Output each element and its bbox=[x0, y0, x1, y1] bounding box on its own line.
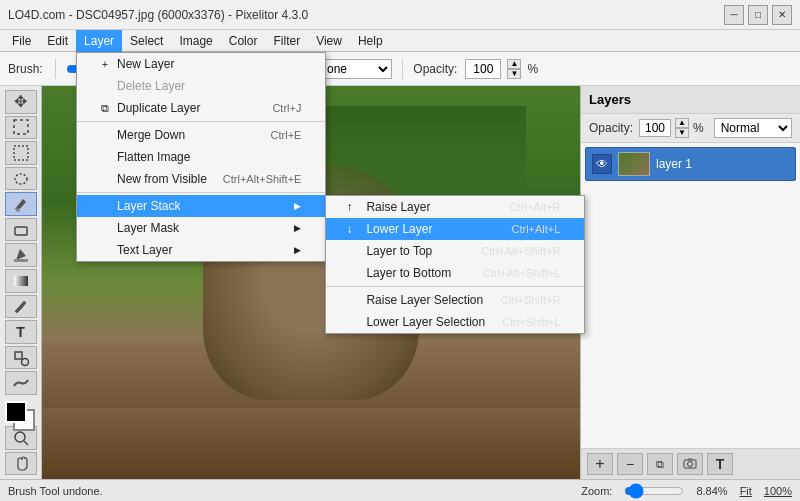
menu-new-from-visible[interactable]: New from Visible Ctrl+Alt+Shift+E bbox=[77, 168, 325, 190]
layer-name-label: layer 1 bbox=[656, 157, 789, 171]
opacity-spin-up[interactable]: ▲ bbox=[507, 59, 521, 69]
menu-new-layer[interactable]: +New Layer bbox=[77, 53, 325, 75]
layers-actions-bar: + − ⧉ T bbox=[581, 448, 800, 479]
color-switcher[interactable] bbox=[5, 401, 37, 424]
brush-tool-button[interactable] bbox=[5, 192, 37, 216]
camera-icon bbox=[683, 457, 697, 471]
window-title: LO4D.com - DSC04957.jpg (6000x3376) - Pi… bbox=[8, 8, 308, 22]
text-layer-button[interactable]: T bbox=[707, 453, 733, 475]
new-layer-icon: + bbox=[97, 58, 113, 70]
foreground-color[interactable] bbox=[5, 401, 27, 423]
layers-panel-title: Layers bbox=[581, 86, 800, 114]
layers-opacity-unit: % bbox=[693, 121, 704, 135]
lower-layer-icon: ↓ bbox=[346, 222, 362, 236]
menu-layer[interactable]: Layer +New Layer Delete Layer ⧉Duplicate… bbox=[76, 30, 122, 52]
duplicate-icon: ⧉ bbox=[97, 102, 113, 115]
zoom-slider[interactable] bbox=[624, 483, 684, 499]
opacity-spin-down[interactable]: ▼ bbox=[507, 69, 521, 79]
layers-opacity-spin-down[interactable]: ▼ bbox=[675, 128, 689, 138]
menu-separator-1 bbox=[77, 121, 325, 122]
layers-opacity-spin-up[interactable]: ▲ bbox=[675, 118, 689, 128]
left-toolbar: ✥ T bbox=[0, 86, 42, 479]
minimize-button[interactable]: ─ bbox=[724, 5, 744, 25]
svg-rect-7 bbox=[15, 352, 22, 359]
menu-view[interactable]: View bbox=[308, 30, 350, 52]
window-controls[interactable]: ─ □ ✕ bbox=[724, 5, 792, 25]
opacity-spinners: ▲ ▼ bbox=[507, 59, 521, 79]
submenu-layer-to-top[interactable]: Layer to Top Ctrl+Alt+Shift+R bbox=[326, 240, 584, 262]
layers-opacity-row: Opacity: ▲ ▼ % Normal Multiply Screen Ov… bbox=[581, 114, 800, 143]
menu-select[interactable]: Select bbox=[122, 30, 171, 52]
layer-visibility-button[interactable]: 👁 bbox=[592, 154, 612, 174]
menu-layer-stack[interactable]: Layer Stack ↑Raise Layer Ctrl+Alt+R ↓Low… bbox=[77, 195, 325, 217]
menu-edit[interactable]: Edit bbox=[39, 30, 76, 52]
shapes-tool-button[interactable] bbox=[5, 346, 37, 370]
toolbar-separator-1 bbox=[55, 59, 56, 79]
layers-panel: Layers Opacity: ▲ ▼ % Normal Multiply Sc… bbox=[580, 86, 800, 479]
statusbar: Brush Tool undone. Zoom: 8.84% Fit 100% bbox=[0, 479, 800, 501]
svg-line-10 bbox=[24, 441, 28, 445]
menu-flatten-image[interactable]: Flatten Image bbox=[77, 146, 325, 168]
submenu-lower-layer[interactable]: ↓Lower Layer Ctrl+Alt+L bbox=[326, 218, 584, 240]
selection-tool-button[interactable] bbox=[5, 141, 37, 165]
status-message: Brush Tool undone. bbox=[8, 485, 103, 497]
delete-layer-button[interactable]: − bbox=[617, 453, 643, 475]
blend-mode-select[interactable]: Normal Multiply Screen Overlay bbox=[714, 118, 792, 138]
layers-opacity-label: Opacity: bbox=[589, 121, 633, 135]
layers-list: 👁 layer 1 bbox=[581, 143, 800, 448]
hand-tool-button[interactable] bbox=[5, 452, 37, 476]
menu-filter[interactable]: Filter bbox=[265, 30, 308, 52]
menu-duplicate-layer[interactable]: ⧉Duplicate Layer Ctrl+J bbox=[77, 97, 325, 119]
ground-overlay bbox=[42, 408, 580, 479]
eyedropper-tool-button[interactable] bbox=[5, 295, 37, 319]
opacity-unit: % bbox=[527, 62, 538, 76]
opacity-input[interactable] bbox=[465, 59, 501, 79]
submenu-lower-layer-selection[interactable]: Lower Layer Selection Ctrl+Shift+L bbox=[326, 311, 584, 333]
svg-point-2 bbox=[15, 174, 27, 184]
submenu-layer-to-bottom[interactable]: Layer to Bottom Ctrl+Alt+Shift+L bbox=[326, 262, 584, 284]
eraser-tool-button[interactable] bbox=[5, 218, 37, 242]
svg-point-12 bbox=[688, 462, 693, 467]
layers-opacity-spinners: ▲ ▼ bbox=[675, 118, 689, 138]
svg-rect-0 bbox=[14, 120, 28, 134]
maximize-button[interactable]: □ bbox=[748, 5, 768, 25]
lasso-tool-button[interactable] bbox=[5, 167, 37, 191]
smudge-tool-button[interactable] bbox=[5, 371, 37, 395]
menu-image[interactable]: Image bbox=[171, 30, 220, 52]
zoom-full-button[interactable]: 100% bbox=[764, 485, 792, 497]
titlebar: LO4D.com - DSC04957.jpg (6000x3376) - Pi… bbox=[0, 0, 800, 30]
menu-separator-2 bbox=[77, 192, 325, 193]
layer-thumbnail bbox=[618, 152, 650, 176]
close-button[interactable]: ✕ bbox=[772, 5, 792, 25]
submenu-separator bbox=[326, 286, 584, 287]
layers-opacity-input[interactable] bbox=[639, 119, 671, 137]
crop-tool-button[interactable] bbox=[5, 116, 37, 140]
zoom-fit-button[interactable]: Fit bbox=[740, 485, 752, 497]
raise-layer-icon: ↑ bbox=[346, 200, 362, 214]
statusbar-right: Zoom: 8.84% Fit 100% bbox=[581, 483, 792, 499]
menu-file[interactable]: File bbox=[4, 30, 39, 52]
menu-help[interactable]: Help bbox=[350, 30, 391, 52]
submenu-raise-layer[interactable]: ↑Raise Layer Ctrl+Alt+R bbox=[326, 196, 584, 218]
menu-layer-mask[interactable]: Layer Mask bbox=[77, 217, 325, 239]
svg-rect-5 bbox=[14, 259, 28, 262]
menu-color[interactable]: Color bbox=[221, 30, 266, 52]
brush-label: Brush: bbox=[8, 62, 43, 76]
move-tool-button[interactable]: ✥ bbox=[5, 90, 37, 114]
fill-tool-button[interactable] bbox=[5, 243, 37, 267]
duplicate-layer-button[interactable]: ⧉ bbox=[647, 453, 673, 475]
menu-text-layer[interactable]: Text Layer bbox=[77, 239, 325, 261]
gradient-tool-button[interactable] bbox=[5, 269, 37, 293]
menubar: File Edit Layer +New Layer Delete Layer … bbox=[0, 30, 800, 52]
camera-layer-button[interactable] bbox=[677, 453, 703, 475]
submenu-raise-layer-selection[interactable]: Raise Layer Selection Ctrl+Shift+R bbox=[326, 289, 584, 311]
menu-delete-layer: Delete Layer bbox=[77, 75, 325, 97]
layer-stack-submenu: ↑Raise Layer Ctrl+Alt+R ↓Lower Layer Ctr… bbox=[325, 195, 585, 334]
svg-rect-4 bbox=[15, 227, 27, 235]
menu-merge-down[interactable]: Merge Down Ctrl+E bbox=[77, 124, 325, 146]
svg-rect-1 bbox=[14, 146, 28, 160]
layer-item[interactable]: 👁 layer 1 bbox=[585, 147, 796, 181]
text-tool-button[interactable]: T bbox=[5, 320, 37, 344]
add-layer-button[interactable]: + bbox=[587, 453, 613, 475]
opacity-label: Opacity: bbox=[413, 62, 457, 76]
